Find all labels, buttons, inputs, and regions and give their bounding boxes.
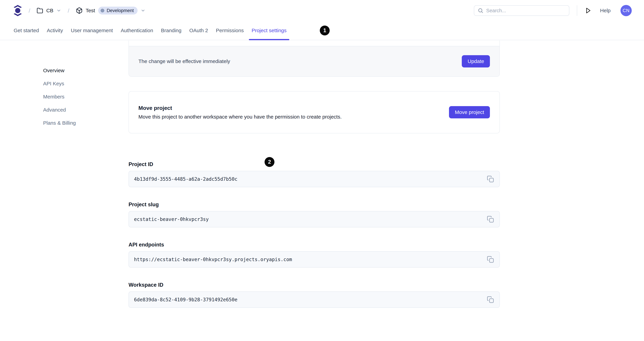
project-switcher[interactable]: Test Development <box>76 7 146 14</box>
help-link[interactable]: Help <box>600 8 610 13</box>
sidebar-item-api-keys[interactable]: API Keys <box>43 80 76 87</box>
environment-badge: Development <box>98 7 138 14</box>
environment-dot-icon <box>100 9 104 12</box>
project-slug-field: ecstatic-beaver-0hkvpcr3sy <box>128 211 500 227</box>
run-icon[interactable] <box>585 7 591 14</box>
update-button[interactable]: Update <box>462 55 490 67</box>
tab-oauth2[interactable]: OAuth 2 <box>189 21 208 40</box>
project-slug-label: Project slug <box>128 202 500 208</box>
copy-icon[interactable] <box>486 295 495 304</box>
chevron-down-icon <box>141 8 146 13</box>
folder-icon <box>37 7 43 14</box>
settings-sidebar: Overview API Keys Members Advanced Plans… <box>43 67 76 126</box>
chevron-down-icon <box>56 8 61 13</box>
api-endpoints-label: API endpoints <box>128 242 500 248</box>
avatar[interactable]: CN <box>620 5 632 16</box>
environment-label: Development <box>107 8 134 13</box>
settings-content: The change will be effective immediately… <box>128 40 500 308</box>
move-project-description: Move this project to another workspace w… <box>138 114 342 120</box>
sidebar-item-members[interactable]: Members <box>43 93 76 100</box>
project-slug-group: Project slug ecstatic-beaver-0hkvpcr3sy <box>128 202 500 227</box>
project-id-group: Project ID 4b13df9d-3555-4485-a62a-2adc5… <box>128 161 500 187</box>
workspace-id-group: Workspace ID 6de839da-8c52-4109-9b28-379… <box>128 282 500 308</box>
sidebar-item-advanced[interactable]: Advanced <box>43 106 76 113</box>
workspace-id-value: 6de839da-8c52-4109-9b28-3791492e650e <box>134 297 238 303</box>
api-endpoints-group: API endpoints https://ecstatic-beaver-0h… <box>128 242 500 268</box>
copy-icon[interactable] <box>486 215 495 224</box>
project-name: Test <box>86 8 95 13</box>
search-icon <box>478 8 484 13</box>
search-input[interactable] <box>486 8 566 13</box>
project-id-fields: Project ID 4b13df9d-3555-4485-a62a-2adc5… <box>128 161 500 308</box>
workspace-id-field: 6de839da-8c52-4109-9b28-3791492e650e <box>128 292 500 308</box>
tab-activity[interactable]: Activity <box>47 21 63 40</box>
update-card-body <box>129 40 500 46</box>
ory-logo-icon[interactable] <box>13 4 22 16</box>
tab-authentication[interactable]: Authentication <box>121 21 153 40</box>
workspace-id-label: Workspace ID <box>128 282 500 288</box>
move-project-button[interactable]: Move project <box>449 106 490 118</box>
tab-user-management[interactable]: User management <box>71 21 113 40</box>
breadcrumb-separator: / <box>68 7 69 14</box>
package-icon <box>76 7 83 14</box>
api-endpoints-field: https://ecstatic-beaver-0hkvpcr3sy.proje… <box>128 251 500 268</box>
top-bar: / CB / Test <box>0 0 644 21</box>
header-divider <box>577 5 577 16</box>
search-box[interactable] <box>474 5 569 16</box>
annotation-marker-1: 1 <box>320 25 330 35</box>
project-slug-value: ecstatic-beaver-0hkvpcr3sy <box>134 217 209 222</box>
workspace-switcher[interactable]: CB <box>37 7 61 14</box>
workspace-name: CB <box>46 8 53 13</box>
top-bar-actions: Help CN <box>474 5 632 16</box>
breadcrumb: / CB / Test <box>13 4 146 16</box>
tab-project-settings[interactable]: Project settings <box>252 21 286 40</box>
update-card-footer: The change will be effective immediately… <box>129 46 500 76</box>
project-id-value: 4b13df9d-3555-4485-a62a-2adc55d7b50c <box>134 176 238 182</box>
update-card: The change will be effective immediately… <box>128 40 500 77</box>
move-project-title: Move project <box>138 105 342 111</box>
tab-branding[interactable]: Branding <box>161 21 181 40</box>
api-endpoints-value: https://ecstatic-beaver-0hkvpcr3sy.proje… <box>134 257 292 262</box>
move-project-card: Move project Move this project to anothe… <box>128 91 500 133</box>
annotation-marker-2: 2 <box>264 157 274 167</box>
sidebar-item-overview[interactable]: Overview <box>43 67 76 74</box>
breadcrumb-separator: / <box>29 7 30 14</box>
sidebar-item-plans-billing[interactable]: Plans & Billing <box>43 120 76 126</box>
update-message: The change will be effective immediately <box>138 58 230 64</box>
copy-icon[interactable] <box>486 174 495 184</box>
project-id-field: 4b13df9d-3555-4485-a62a-2adc55d7b50c <box>128 171 500 187</box>
move-project-text: Move project Move this project to anothe… <box>138 105 342 120</box>
tab-permissions[interactable]: Permissions <box>216 21 244 40</box>
tab-get-started[interactable]: Get started <box>14 21 39 40</box>
project-id-label: Project ID <box>128 161 500 167</box>
copy-icon[interactable] <box>486 255 495 264</box>
